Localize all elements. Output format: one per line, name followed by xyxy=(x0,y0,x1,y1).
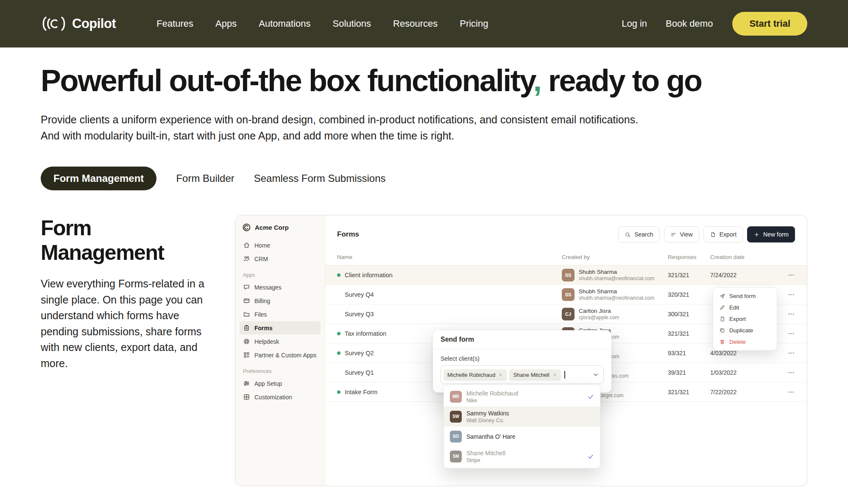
sidebar-item[interactable]: Customization xyxy=(240,390,321,404)
form-name: Survey Q1 xyxy=(345,369,374,376)
hero-subtitle: Provide clients a uniform experience wit… xyxy=(41,111,639,144)
row-menu-button[interactable] xyxy=(778,349,795,357)
client-avatar: MR xyxy=(450,391,462,403)
hero-section: Powerful out-of-the box functionality, r… xyxy=(0,47,848,144)
feature-tab[interactable]: Form Builder xyxy=(176,167,234,190)
sidebar-item[interactable]: Partner & Custom Apps xyxy=(240,348,321,362)
responses-count: 93/321 xyxy=(668,350,710,356)
form-name: Survey Q4 xyxy=(345,291,374,298)
client-option[interactable]: SW Sammy Watkins Walt Disney Co. xyxy=(444,407,600,426)
menu-item-icon xyxy=(719,327,725,334)
nav-link[interactable]: Apps xyxy=(215,18,237,29)
send-form-modal: Send form Select client(s) Michelle Robi… xyxy=(433,330,611,393)
sidebar-item[interactable]: Messages xyxy=(240,281,321,294)
feature-tab[interactable]: Form Management xyxy=(41,167,156,190)
client-option[interactable]: MR Michelle Robichaud Nike xyxy=(444,387,600,407)
client-avatar: SO xyxy=(450,431,462,443)
context-menu-item[interactable]: Export xyxy=(716,313,774,325)
row-menu-button[interactable] xyxy=(778,388,795,396)
nav-link[interactable]: Pricing xyxy=(460,18,488,29)
context-menu-item[interactable]: Delete xyxy=(716,336,774,348)
nav-link[interactable]: Features xyxy=(156,18,193,29)
nav-link[interactable]: Solutions xyxy=(333,18,371,29)
context-menu-item[interactable]: Edit xyxy=(716,302,774,313)
ellipsis-icon xyxy=(787,330,795,337)
brand-name: Copilot xyxy=(72,16,116,31)
sidebar-item-icon xyxy=(243,297,250,304)
export-file-icon xyxy=(710,231,716,238)
sidebar-item[interactable]: CRM xyxy=(240,252,321,265)
nav-link[interactable]: Resources xyxy=(393,18,438,29)
context-menu-item[interactable]: Send form xyxy=(716,290,774,302)
chip-remove-icon[interactable] xyxy=(498,373,503,377)
client-option[interactable]: SO Samantha O' Hare xyxy=(444,426,600,446)
form-status-dot xyxy=(337,390,340,394)
sidebar-item-label: App Setup xyxy=(254,380,282,387)
creator-name: Carlton Jisra xyxy=(579,308,619,314)
column-header: Creation date xyxy=(710,254,778,260)
client-multiselect[interactable]: Michelle Robichaud Shane Mitchell xyxy=(441,365,604,384)
client-chip[interactable]: Shane Mitchell xyxy=(509,369,561,381)
selected-check-icon xyxy=(587,453,594,460)
row-menu-button[interactable] xyxy=(778,369,795,376)
copilot-brand[interactable]: Copilot xyxy=(41,15,116,32)
sidebar-item-icon xyxy=(243,255,250,262)
creator-email: shubh.sharma@neofinancial.com xyxy=(579,295,654,301)
sidebar-item-label: Forms xyxy=(254,325,273,331)
row-menu-button[interactable] xyxy=(778,291,795,298)
sidebar-item[interactable]: Forms xyxy=(240,321,321,334)
chevron-down-icon[interactable] xyxy=(592,371,599,378)
workspace-brand[interactable]: Acme Corp xyxy=(235,223,325,232)
sidebar-item[interactable]: Billing xyxy=(240,294,321,307)
column-header: Responses xyxy=(668,254,710,260)
menu-item-icon xyxy=(719,316,725,322)
login-link[interactable]: Log in xyxy=(622,18,647,29)
export-button[interactable]: Export xyxy=(703,226,743,242)
form-name: Survey Q3 xyxy=(345,311,374,317)
forms-header: Forms Search View Export xyxy=(325,215,807,249)
plus-icon xyxy=(753,231,760,238)
sidebar-item-icon xyxy=(243,393,250,401)
search-button[interactable]: Search xyxy=(618,226,659,242)
sidebar-apps-items: Messages Billing Files xyxy=(235,281,325,362)
context-menu-item[interactable]: Duplicate xyxy=(716,325,774,336)
responses-count: 39/321 xyxy=(668,369,710,376)
sidebar-item[interactable]: Helpdesk xyxy=(240,335,321,348)
responses-count: 321/321 xyxy=(668,330,710,337)
ellipsis-icon xyxy=(787,291,795,298)
sidebar-item-label: Home xyxy=(254,242,270,249)
sidebar-item[interactable]: App Setup xyxy=(240,377,321,390)
sidebar-top-items: Home CRM xyxy=(235,239,325,265)
column-header: Created by xyxy=(562,254,668,260)
sidebar-item[interactable]: Files xyxy=(240,308,321,321)
view-button[interactable]: View xyxy=(664,226,699,242)
feature-tab[interactable]: Seamless Form Submissions xyxy=(254,167,386,190)
row-menu-button[interactable] xyxy=(778,310,795,318)
sidebar-item[interactable]: Home xyxy=(240,239,321,252)
green-comma: , xyxy=(533,64,541,97)
search-icon xyxy=(625,231,631,238)
start-trial-button[interactable]: Start trial xyxy=(732,12,807,36)
row-menu-button[interactable] xyxy=(778,271,795,279)
creation-date: 7/22/2022 xyxy=(710,389,778,395)
form-name: Survey Q2 xyxy=(345,350,374,356)
feature-heading: Form Management xyxy=(41,216,215,265)
client-name: Samantha O' Hare xyxy=(466,433,516,440)
sidebar-section-label: Preferences xyxy=(243,368,317,374)
table-row[interactable]: Client information SS Shubh Sharma shubh… xyxy=(325,265,807,285)
client-avatar: SM xyxy=(450,451,462,462)
client-chip[interactable]: Michelle Robichaud xyxy=(444,369,507,381)
form-status-dot xyxy=(337,332,340,335)
book-demo-link[interactable]: Book demo xyxy=(666,18,713,29)
new-form-button[interactable]: New form xyxy=(747,226,795,242)
top-nav: Copilot FeaturesAppsAutomationsSolutions… xyxy=(0,0,848,47)
nav-link[interactable]: Automations xyxy=(259,18,310,29)
row-menu-button[interactable] xyxy=(778,330,795,337)
menu-item-icon xyxy=(719,304,725,311)
sidebar-item-label: Files xyxy=(254,311,267,318)
creation-date: 1/03/2022 xyxy=(710,369,778,376)
menu-item-icon xyxy=(719,293,725,299)
chip-remove-icon[interactable] xyxy=(552,373,557,377)
client-option[interactable]: SM Shane Mitchell Stripe xyxy=(444,446,600,466)
responses-count: 320/321 xyxy=(668,291,710,298)
